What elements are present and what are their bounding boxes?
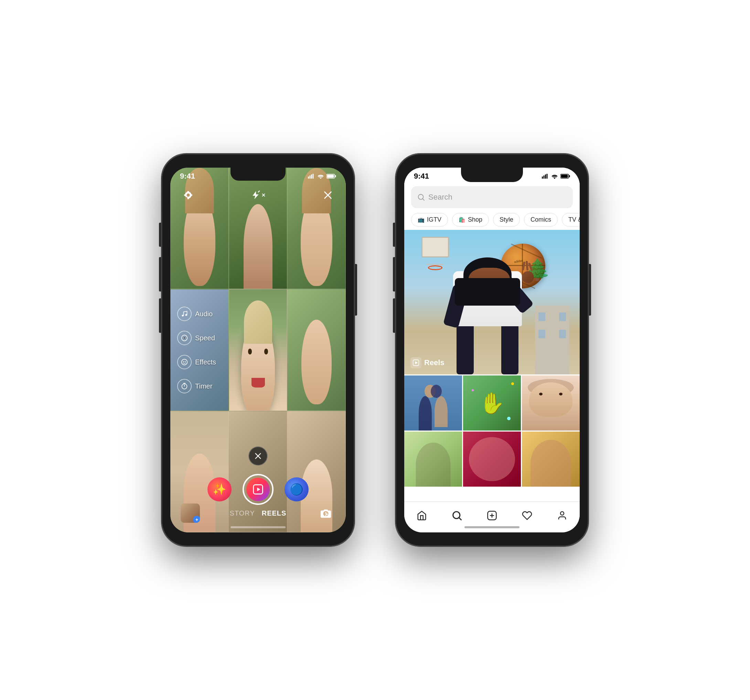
tv-movies-chip[interactable]: TV & Movies [562, 213, 580, 226]
igtv-icon: 📺 [418, 217, 424, 223]
reels-text: Reels [424, 358, 444, 367]
camera-cell-8 [229, 411, 287, 532]
volume-up-button[interactable] [159, 257, 161, 291]
reels-badge: Reels [410, 357, 444, 368]
mute-button-2[interactable] [393, 223, 395, 247]
grid-thumb-4[interactable] [404, 432, 462, 487]
time-display-2: 9:41 [414, 172, 429, 181]
signal-icon-2 [542, 174, 549, 178]
shop-icon: 🛍️ [459, 217, 466, 223]
tv-movies-label: TV & Movies [569, 216, 580, 223]
activity-nav-button[interactable] [518, 506, 536, 525]
svg-point-39 [561, 511, 564, 515]
home-indicator-2 [464, 526, 519, 528]
camera-cell-7 [170, 411, 229, 532]
create-icon [487, 510, 497, 521]
camera-cell-6 [287, 289, 346, 411]
camera-cell-2 [229, 168, 287, 289]
mute-button[interactable] [159, 223, 161, 247]
svg-line-35 [459, 518, 461, 520]
search-bar[interactable]: Search [411, 186, 573, 208]
volume-down-button-2[interactable] [393, 298, 395, 333]
reels-badge-icon [410, 357, 421, 368]
grid-thumb-3[interactable] [522, 375, 580, 431]
svg-rect-25 [545, 174, 546, 178]
home-icon [416, 510, 427, 521]
wifi-icon-2 [552, 174, 558, 178]
power-button[interactable] [355, 264, 357, 315]
status-icons-2 [542, 174, 570, 178]
camera-cell-3 [287, 168, 346, 289]
notch [231, 168, 286, 181]
grid-thumb-1[interactable] [404, 375, 462, 431]
search-icon [417, 194, 425, 201]
explore-grid-row2 [404, 432, 580, 487]
battery-icon-2 [561, 174, 570, 178]
player-figure [443, 244, 532, 374]
camera-grid [170, 168, 346, 532]
igtv-chip[interactable]: 📺 IGTV [411, 213, 448, 226]
profile-nav-button[interactable] [553, 506, 571, 525]
svg-rect-24 [544, 175, 545, 178]
heart-icon [522, 510, 532, 521]
svg-rect-23 [542, 177, 543, 178]
building-bg [535, 306, 569, 374]
category-chips: 📺 IGTV 🛍️ Shop Style Comics TV & Movies [404, 209, 580, 230]
profile-icon [557, 510, 567, 521]
search-nav-icon [452, 510, 462, 521]
power-button-2[interactable] [589, 264, 591, 315]
style-chip[interactable]: Style [493, 213, 520, 226]
camera-cell-5-center [229, 289, 287, 411]
comics-label: Comics [530, 216, 551, 223]
main-explore-image: adidas 🌲 [404, 230, 580, 374]
volume-down-button[interactable] [159, 298, 161, 333]
camera-viewfinder: 9:41 × [170, 168, 346, 532]
explore-screen: 9:41 Search 📺 IGTV 🛍️ [404, 168, 580, 532]
face-1 [171, 168, 229, 289]
grid-thumb-6[interactable] [522, 432, 580, 487]
shop-chip[interactable]: 🛍️ Shop [452, 213, 489, 226]
camera-cell-4 [170, 289, 229, 411]
comics-chip[interactable]: Comics [524, 213, 558, 226]
phone-1: 9:41 × [162, 154, 354, 546]
svg-marker-33 [415, 362, 418, 364]
phone-2: 9:41 Search 📺 IGTV 🛍️ [396, 154, 588, 546]
grid-thumb-5[interactable] [463, 432, 521, 487]
grid-thumb-2[interactable]: ✋ [463, 375, 521, 431]
volume-up-button-2[interactable] [393, 257, 395, 291]
shop-label: Shop [468, 216, 483, 223]
svg-rect-26 [547, 174, 548, 178]
camera-cell-1 [170, 168, 229, 289]
svg-rect-29 [569, 175, 570, 177]
camera-screen: 9:41 × [170, 168, 346, 532]
notch-2 [461, 168, 523, 182]
reels-icon-svg [412, 359, 420, 366]
explore-content: 9:41 Search 📺 IGTV 🛍️ [404, 168, 580, 532]
home-nav-button[interactable] [413, 506, 431, 525]
igtv-label: IGTV [427, 216, 441, 223]
create-nav-button[interactable] [483, 506, 501, 525]
explore-grid-row1: ✋ [404, 374, 580, 432]
search-nav-button[interactable] [448, 506, 466, 525]
svg-line-31 [423, 199, 424, 201]
camera-cell-9 [287, 411, 346, 532]
style-label: Style [499, 216, 513, 223]
home-indicator-1 [231, 526, 286, 528]
svg-rect-28 [561, 175, 568, 178]
search-placeholder: Search [428, 193, 452, 202]
